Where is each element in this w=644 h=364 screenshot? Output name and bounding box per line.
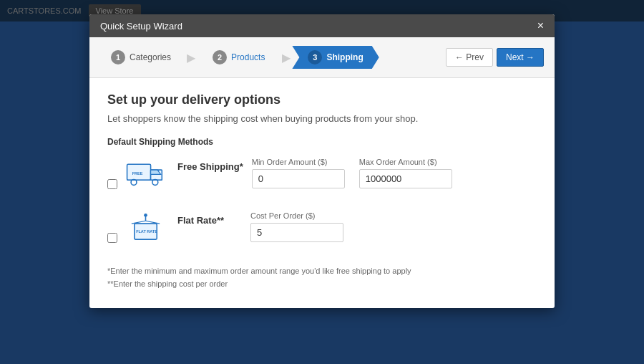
flat-rate-checkbox[interactable] bbox=[107, 233, 117, 243]
flat-rate-fields: Cost Per Order ($) bbox=[250, 211, 343, 242]
cost-per-order-group: Cost Per Order ($) bbox=[250, 211, 343, 242]
close-button[interactable]: × bbox=[537, 20, 544, 32]
modal-container: Quick Setup Wizard × 1 Categories ▶ 2 Pr… bbox=[89, 14, 555, 308]
flatrate-icon: FLAT RATE bbox=[126, 211, 169, 251]
step-label-products: Products bbox=[231, 52, 265, 62]
note-1: *Enter the minimum and maximum order amo… bbox=[107, 265, 537, 278]
setup-description: Let shoppers know the shipping cost when… bbox=[107, 113, 537, 124]
truck-icon: FREE bbox=[126, 158, 169, 197]
step-number-products: 2 bbox=[213, 50, 227, 64]
setup-title: Set up your delivery options bbox=[107, 92, 537, 107]
svg-text:FREE: FREE bbox=[132, 171, 143, 176]
cost-per-order-label: Cost Per Order ($) bbox=[250, 211, 343, 220]
free-shipping-fields: Min Order Amount ($) Max Order Amount ($… bbox=[252, 158, 452, 188]
step-products[interactable]: 2 Products bbox=[197, 46, 280, 69]
cost-per-order-input[interactable] bbox=[250, 223, 343, 242]
next-button[interactable]: Next → bbox=[497, 48, 544, 67]
note-2: **Enter the shipping cost per order bbox=[107, 278, 537, 291]
step-shipping[interactable]: 3 Shipping bbox=[292, 46, 379, 69]
flat-rate-name: Flat Rate** bbox=[177, 211, 242, 226]
step-label-categories: Categories bbox=[130, 52, 171, 62]
free-shipping-name: Free Shipping* bbox=[177, 158, 243, 172]
step-label-shipping: Shipping bbox=[326, 52, 363, 62]
svg-text:FLAT RATE: FLAT RATE bbox=[136, 230, 157, 234]
min-order-input[interactable] bbox=[252, 169, 345, 188]
step-arrow-2: ▶ bbox=[280, 51, 292, 64]
prev-button[interactable]: ← Prev bbox=[446, 48, 493, 67]
notes-section: *Enter the minimum and maximum order amo… bbox=[107, 265, 537, 290]
flat-rate-row: FLAT RATE Flat Rate** Cost Per Order ($) bbox=[107, 211, 537, 251]
max-order-input[interactable] bbox=[359, 169, 452, 188]
modal-overlay: Quick Setup Wizard × 1 Categories ▶ 2 Pr… bbox=[0, 0, 644, 364]
max-order-label: Max Order Amount ($) bbox=[359, 158, 452, 166]
step-number-shipping: 3 bbox=[308, 50, 322, 64]
modal-body: Set up your delivery options Let shopper… bbox=[89, 78, 555, 308]
modal-title: Quick Setup Wizard bbox=[100, 21, 182, 32]
step-arrow-1: ▶ bbox=[185, 51, 197, 64]
free-shipping-row: FREE Free Shipping* Min Order Amount ($) bbox=[107, 158, 537, 197]
step-number-categories: 1 bbox=[111, 50, 125, 64]
free-shipping-checkbox[interactable] bbox=[107, 179, 117, 189]
max-order-group: Max Order Amount ($) bbox=[359, 158, 452, 188]
wizard-steps: 1 Categories ▶ 2 Products ▶ 3 Shipping ←… bbox=[89, 37, 555, 78]
min-order-group: Min Order Amount ($) bbox=[252, 158, 345, 188]
section-label: Default Shipping Methods bbox=[107, 137, 537, 147]
modal-header: Quick Setup Wizard × bbox=[89, 14, 555, 37]
svg-point-8 bbox=[144, 214, 147, 217]
min-order-label: Min Order Amount ($) bbox=[252, 158, 345, 166]
step-categories[interactable]: 1 Categories bbox=[100, 46, 185, 69]
wizard-nav: ← Prev Next → bbox=[446, 48, 544, 67]
